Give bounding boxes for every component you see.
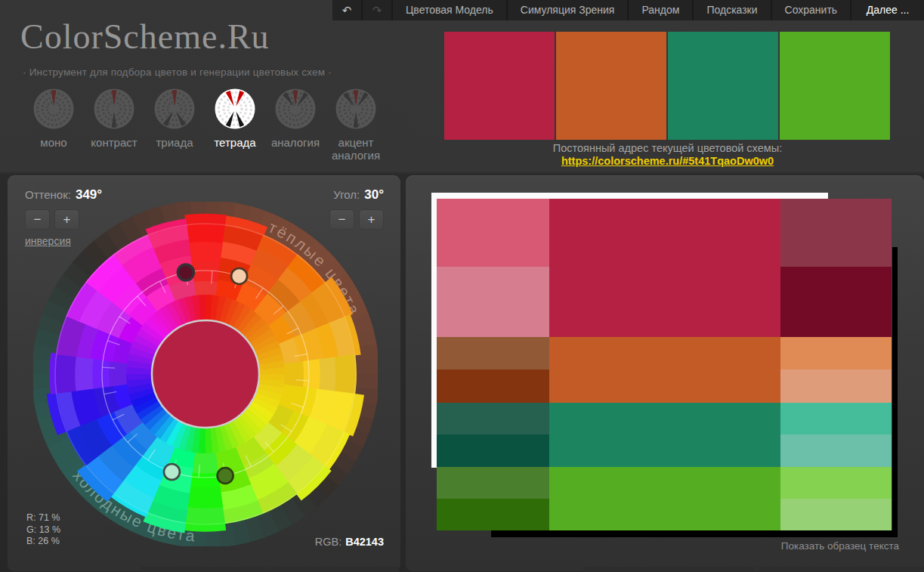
- wheel-panel: Оттенок:349° Угол:30° − + − + инверсия т…: [8, 175, 400, 571]
- rgb-value: B42143: [345, 536, 384, 548]
- mode-contrast[interactable]: контраст: [84, 88, 144, 162]
- preview-main-cell: [549, 403, 780, 467]
- preview-row-1: [437, 199, 892, 337]
- redo-button[interactable]: ↷: [363, 0, 391, 20]
- top-menubar: ↶↷Цветовая МодельСимуляция ЗренияРандомП…: [332, 0, 924, 20]
- mode-wheel-icon: [93, 88, 135, 130]
- preview-cell: [437, 499, 549, 530]
- preview-shadow-bottom: [491, 530, 898, 537]
- preview-left-col: [437, 403, 549, 467]
- mode-analogy[interactable]: аналогия: [265, 88, 326, 162]
- menu-item-1[interactable]: Цветовая Модель: [393, 0, 506, 20]
- menu-item-4[interactable]: Подсказки: [694, 0, 770, 20]
- scheme-swatch-1: [444, 32, 555, 140]
- permalink-label: Постоянный адрес текущей цветовой схемы:: [444, 142, 891, 154]
- scheme-preview-grid: [437, 199, 892, 530]
- preview-right-col: [780, 467, 892, 530]
- mode-selector: моноконтрасттриадатетрадааналогияакцент …: [23, 88, 386, 162]
- site-tagline: · Инструмент для подбора цветов и генера…: [23, 66, 332, 78]
- scheme-swatch-strip: [444, 32, 890, 140]
- rgb-percent-readout: R: 71 %G: 13 %B: 26 %: [26, 512, 60, 548]
- hue-readout: Оттенок:349°: [25, 187, 102, 203]
- mode-wheel-icon: [335, 88, 377, 130]
- menu-item-6[interactable]: Далее ...: [851, 0, 924, 20]
- mode-label: акцент аналогия: [326, 136, 386, 162]
- scheme-swatch-2: [556, 32, 666, 140]
- preview-cell: [780, 499, 892, 530]
- hue-label: Оттенок:: [25, 188, 71, 201]
- preview-main-cell: [549, 199, 780, 337]
- mode-label: тетрада: [214, 136, 255, 149]
- mode-label: моно: [40, 136, 66, 149]
- menu-item-2[interactable]: Симуляция Зрения: [508, 0, 628, 20]
- preview-cell: [780, 369, 892, 403]
- menu-item-5[interactable]: Сохранить: [772, 0, 851, 20]
- permalink-link[interactable]: https://colorscheme.ru/#5t41TqaoDw0w0: [444, 155, 891, 167]
- preview-cell: [780, 434, 892, 467]
- mode-label: аналогия: [271, 136, 320, 149]
- mode-wheel-icon: [214, 88, 256, 130]
- rgb-line: R: 71 %: [26, 512, 60, 524]
- site-logo[interactable]: ColorScheme.Ru: [20, 17, 270, 57]
- wheel-marker-1[interactable]: [178, 264, 193, 280]
- right-panel-tab-2[interactable]: [759, 567, 924, 572]
- scheme-swatch-3: [668, 32, 778, 140]
- rgb-line: B: 26 %: [26, 536, 60, 548]
- preview-main-cell: [549, 337, 780, 403]
- angle-value: 30°: [364, 187, 384, 202]
- preview-row-2: [437, 337, 892, 403]
- preview-cell: [780, 199, 892, 267]
- preview-cell: [780, 467, 892, 499]
- preview-cell: [437, 267, 549, 337]
- preview-right-col: [780, 337, 892, 403]
- left-panel-tab-1[interactable]: [140, 567, 268, 572]
- preview-right-col: [780, 199, 892, 337]
- preview-row-3: [437, 403, 892, 467]
- preview-left-col: [437, 337, 549, 403]
- preview-cell: [437, 403, 549, 434]
- wheel-center-disc: [152, 320, 259, 428]
- preview-right-col: [780, 403, 892, 467]
- angle-label: Угол:: [333, 188, 360, 201]
- preview-cell: [437, 369, 549, 403]
- mode-wheel-icon: [32, 88, 75, 130]
- rgb-line: G: 13 %: [26, 524, 60, 536]
- mode-label: контраст: [91, 136, 137, 149]
- preview-cell: [437, 467, 549, 499]
- preview-left-col: [437, 467, 549, 530]
- rgb-hex-readout: RGB:B42143: [315, 536, 384, 548]
- mode-tetrad[interactable]: тетрада: [205, 88, 265, 162]
- wheel-marker-2[interactable]: [231, 268, 247, 284]
- preview-cell: [780, 267, 892, 337]
- color-wheel[interactable]: тёплые цветахолодные цвета: [33, 202, 378, 546]
- angle-readout: Угол:30°: [333, 187, 384, 203]
- left-panel-tab-2[interactable]: [270, 567, 399, 572]
- hue-value: 349°: [76, 187, 102, 202]
- mode-triad[interactable]: триада: [144, 88, 205, 162]
- rgb-label: RGB:: [315, 536, 341, 548]
- preview-cell: [437, 337, 549, 369]
- undo-button[interactable]: ↶: [332, 0, 361, 20]
- wheel-marker-4[interactable]: [218, 468, 233, 484]
- mode-accent-analogy[interactable]: акцент аналогия: [326, 88, 386, 162]
- preview-cell: [437, 199, 549, 267]
- scheme-swatch-4: [780, 32, 890, 140]
- menu-item-3[interactable]: Рандом: [629, 0, 692, 20]
- preview-cell: [437, 434, 549, 467]
- preview-cell: [780, 403, 892, 434]
- mode-wheel-icon: [274, 88, 317, 130]
- wheel-marker-3[interactable]: [164, 464, 180, 480]
- mode-label: триада: [156, 136, 193, 149]
- mode-mono[interactable]: моно: [23, 88, 84, 162]
- show-sample-text-link[interactable]: Показать образец текста: [781, 540, 899, 552]
- preview-cell: [780, 337, 892, 369]
- right-panel-tab-1[interactable]: [583, 567, 756, 572]
- preview-panel: Показать образец текста: [406, 175, 924, 571]
- preview-shadow-right: [892, 247, 898, 537]
- preview-left-col: [437, 199, 549, 337]
- preview-row-4: [437, 467, 892, 530]
- mode-wheel-icon: [153, 88, 196, 130]
- preview-main-cell: [549, 467, 780, 530]
